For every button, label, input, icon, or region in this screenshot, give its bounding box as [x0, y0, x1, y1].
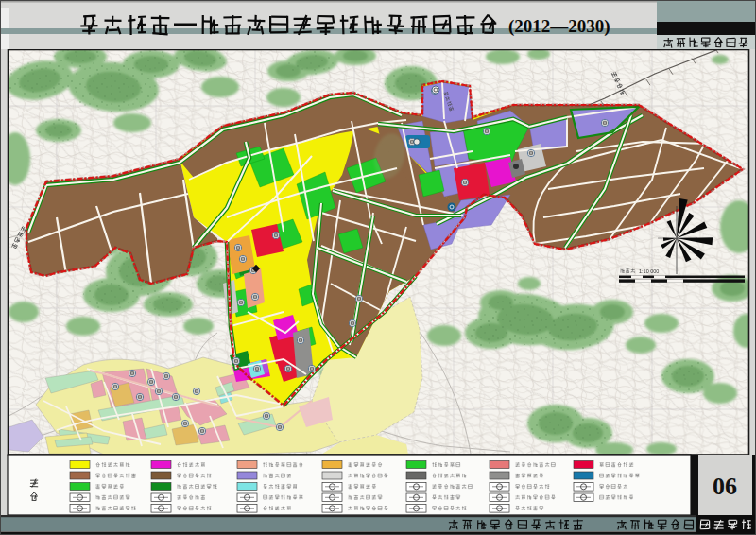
svg-text:1:10 000: 1:10 000: [639, 268, 659, 274]
svg-text:06: 06: [713, 473, 737, 500]
svg-text:(2012—2030): (2012—2030): [508, 16, 610, 37]
